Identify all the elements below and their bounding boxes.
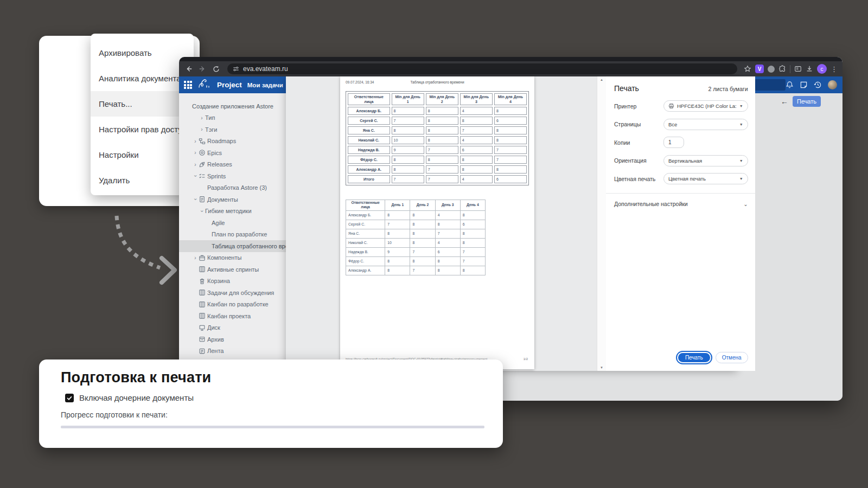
extension-dot-icon[interactable]: [768, 66, 775, 73]
profile-avatar[interactable]: c: [817, 64, 827, 74]
sidebar-item[interactable]: Архив: [179, 333, 286, 345]
notes-icon[interactable]: [800, 81, 808, 89]
preview-back-arrow[interactable]: ←: [781, 97, 788, 106]
chevron-collapsed-icon[interactable]: ›: [199, 115, 205, 121]
extension-v-icon[interactable]: V: [755, 65, 764, 73]
sidebar-item[interactable]: Лента: [179, 345, 286, 357]
table-cell: 7: [426, 175, 458, 183]
menu-item[interactable]: Удалить: [91, 168, 194, 193]
app-product-name[interactable]: Project: [217, 81, 242, 89]
table-cell: 8: [392, 107, 424, 115]
sidebar-item[interactable]: ›Тип: [179, 112, 286, 124]
context-menu: АрхивироватьАналитика документаПечать...…: [91, 34, 194, 195]
table-header-cell: Ответственные лица: [346, 200, 385, 211]
downloads-icon[interactable]: [806, 65, 813, 73]
menu-item[interactable]: Архивировать: [91, 40, 194, 66]
print-setting-row: Копии1: [614, 133, 748, 152]
print-confirm-button[interactable]: Печать: [677, 352, 711, 363]
table-cell: 8: [435, 256, 460, 266]
caret-down-icon: ▼: [739, 177, 743, 181]
sidebar-item[interactable]: Канбан по разработке: [179, 299, 286, 311]
table-row: Сергей С.7886: [348, 117, 527, 125]
chevron-expanded-icon[interactable]: ›: [199, 208, 205, 214]
chevron-collapsed-icon[interactable]: ›: [192, 162, 199, 168]
chevron-collapsed-icon[interactable]: ›: [192, 138, 199, 144]
forward-icon[interactable]: [197, 64, 207, 74]
sidebar-item[interactable]: ›Тэги: [179, 124, 286, 136]
table-header-cell: Min для День 2: [426, 93, 458, 105]
menu-item[interactable]: Настройки: [91, 142, 194, 168]
setting-select[interactable]: Вертикальная▼: [663, 155, 748, 166]
tab-list-icon[interactable]: [794, 65, 802, 73]
menu-item[interactable]: Аналитика документа: [91, 66, 194, 91]
sidebar-item[interactable]: ›Документы: [179, 194, 286, 206]
chevron-expanded-icon[interactable]: ›: [193, 196, 199, 203]
table-cell: Николай С.: [346, 238, 385, 247]
sidebar-item[interactable]: ›Гибкие методики: [179, 206, 286, 217]
setting-select[interactable]: Цветная печать▼: [663, 173, 748, 184]
setting-select[interactable]: Все▼: [663, 119, 748, 130]
sidebar-item[interactable]: Разработка Astore (3): [179, 182, 286, 194]
table-cell: 8: [494, 136, 527, 144]
address-bar[interactable]: eva.evateam.ru: [227, 63, 737, 74]
apps-grid-icon[interactable]: [184, 81, 192, 89]
more-settings-toggle[interactable]: Дополнительные настройки ⌄: [614, 198, 748, 210]
sidebar-item[interactable]: Корзина: [179, 275, 286, 287]
scroll-down-icon[interactable]: ▼: [600, 366, 603, 369]
browser-menu-icon[interactable]: ⋮: [831, 65, 838, 73]
copies-input[interactable]: 1: [663, 137, 684, 148]
sidebar-item-label: Тип: [205, 114, 215, 121]
table-cell: 10: [392, 136, 424, 144]
back-icon[interactable]: [184, 64, 194, 74]
sidebar-item-label: Документы: [207, 196, 238, 203]
chevron-expanded-icon[interactable]: ›: [193, 173, 199, 179]
table-row: Александр Б.8848: [348, 107, 527, 115]
scroll-up-icon[interactable]: ▲: [600, 78, 603, 81]
preview-scrollbar[interactable]: ▲ ▼: [597, 76, 606, 371]
extensions-puzzle-icon[interactable]: [778, 65, 786, 73]
table-cell: 6: [494, 175, 527, 183]
table-cell: 4: [460, 107, 493, 115]
sidebar-item[interactable]: ›Epics: [179, 147, 286, 159]
table-cell: 7: [426, 146, 458, 154]
bell-icon[interactable]: [786, 81, 794, 89]
print-cancel-button[interactable]: Отмена: [716, 352, 748, 363]
reload-icon[interactable]: [211, 64, 221, 74]
user-avatar[interactable]: [828, 80, 837, 89]
table-cell: Николай С.: [348, 136, 390, 144]
sidebar-item[interactable]: ›Roadmaps: [179, 136, 286, 147]
table-row: Фёдор С.8887: [346, 256, 486, 266]
table-row: Николай С.10848: [346, 238, 486, 247]
sidebar-item-label: Канбан по разработке: [207, 301, 269, 307]
printer-icon: [668, 103, 674, 109]
sidebar-item[interactable]: Таблица отработанного времени: [179, 240, 286, 252]
include-children-checkbox[interactable]: [65, 394, 74, 402]
component-icon: [199, 254, 207, 261]
sidebar-project-title[interactable]: Создание приложения Astore: [179, 100, 286, 112]
sidebar-item[interactable]: ›Sprints: [179, 170, 286, 182]
printer-select[interactable]: HPFCE43C (HP Color La:▼: [663, 100, 748, 112]
site-settings-icon[interactable]: [233, 66, 239, 72]
print-setting-row: Цветная печатьЦветная печать▼: [614, 170, 748, 188]
history-icon[interactable]: [814, 81, 822, 89]
chevron-collapsed-icon[interactable]: ›: [192, 150, 199, 156]
sidebar-item[interactable]: Диск: [179, 322, 286, 334]
menu-item[interactable]: Печать...: [91, 91, 194, 117]
sidebar-item[interactable]: План по разработке: [179, 229, 286, 241]
app-logo-icon[interactable]: [197, 79, 212, 92]
sidebar-item[interactable]: Задачи для обсуждения: [179, 287, 286, 299]
app-print-button[interactable]: Печать: [793, 96, 821, 107]
chevron-collapsed-icon[interactable]: ›: [192, 255, 199, 261]
sidebar-item[interactable]: ›Компоненты: [179, 252, 286, 264]
menu-item[interactable]: Настройки прав доступа: [91, 117, 194, 142]
bookmark-star-icon[interactable]: [744, 65, 751, 73]
document-title: Таблица отработанного времени: [340, 80, 534, 84]
sidebar-item[interactable]: Активные спринты: [179, 264, 286, 275]
chevron-collapsed-icon[interactable]: ›: [199, 126, 205, 132]
sidebar-item[interactable]: Канбан проекта: [179, 310, 286, 322]
disk-icon: [199, 324, 207, 331]
sidebar-item[interactable]: ›Releases: [179, 159, 286, 171]
nav-my-tasks[interactable]: Мои задачи: [247, 82, 283, 88]
sidebar-item-label: Компоненты: [207, 254, 241, 261]
sidebar-item[interactable]: Agile: [179, 217, 286, 229]
